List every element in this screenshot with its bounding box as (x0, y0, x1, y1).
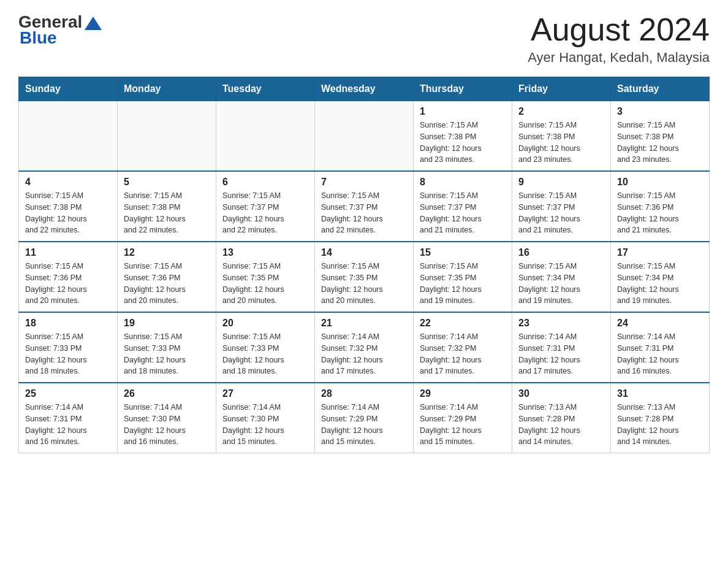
day-info: Sunrise: 7:13 AMSunset: 7:28 PMDaylight:… (518, 402, 604, 448)
calendar-day-header: Saturday (611, 77, 710, 101)
calendar-day-cell: 26Sunrise: 7:14 AMSunset: 7:30 PMDayligh… (118, 383, 216, 453)
logo: General Blue (18, 12, 102, 48)
day-number: 8 (420, 177, 506, 188)
day-info: Sunrise: 7:14 AMSunset: 7:31 PMDaylight:… (518, 331, 604, 377)
day-number: 29 (420, 388, 506, 399)
calendar-day-header: Sunday (19, 77, 118, 101)
calendar-day-cell (315, 101, 414, 172)
calendar-week-row: 4Sunrise: 7:15 AMSunset: 7:38 PMDaylight… (19, 171, 710, 242)
calendar-day-cell: 25Sunrise: 7:14 AMSunset: 7:31 PMDayligh… (19, 383, 118, 453)
day-number: 17 (617, 247, 703, 258)
day-number: 15 (420, 247, 506, 258)
calendar-day-cell: 5Sunrise: 7:15 AMSunset: 7:38 PMDaylight… (118, 171, 216, 242)
day-number: 30 (518, 388, 604, 399)
calendar-day-cell: 28Sunrise: 7:14 AMSunset: 7:29 PMDayligh… (315, 383, 414, 453)
day-number: 5 (124, 177, 210, 188)
logo-triangle-icon (85, 17, 102, 30)
calendar-day-cell: 17Sunrise: 7:15 AMSunset: 7:34 PMDayligh… (611, 242, 710, 312)
day-number: 31 (617, 388, 703, 399)
day-info: Sunrise: 7:15 AMSunset: 7:38 PMDaylight:… (124, 190, 210, 236)
day-number: 9 (518, 177, 604, 188)
calendar-day-header: Monday (118, 77, 216, 101)
calendar-day-cell: 11Sunrise: 7:15 AMSunset: 7:36 PMDayligh… (19, 242, 118, 312)
day-number: 6 (222, 177, 308, 188)
page-subtitle: Ayer Hangat, Kedah, Malaysia (528, 50, 710, 66)
day-info: Sunrise: 7:15 AMSunset: 7:38 PMDaylight:… (420, 120, 506, 166)
calendar-day-cell: 16Sunrise: 7:15 AMSunset: 7:34 PMDayligh… (512, 242, 611, 312)
day-info: Sunrise: 7:15 AMSunset: 7:38 PMDaylight:… (25, 190, 111, 236)
calendar-day-cell: 9Sunrise: 7:15 AMSunset: 7:37 PMDaylight… (512, 171, 611, 242)
day-info: Sunrise: 7:15 AMSunset: 7:35 PMDaylight:… (321, 261, 407, 307)
day-number: 4 (25, 177, 111, 188)
calendar-day-cell: 8Sunrise: 7:15 AMSunset: 7:37 PMDaylight… (414, 171, 512, 242)
calendar-day-cell: 29Sunrise: 7:14 AMSunset: 7:29 PMDayligh… (414, 383, 512, 453)
day-info: Sunrise: 7:15 AMSunset: 7:35 PMDaylight:… (420, 261, 506, 307)
day-number: 10 (617, 177, 703, 188)
day-info: Sunrise: 7:14 AMSunset: 7:32 PMDaylight:… (321, 331, 407, 377)
day-number: 14 (321, 247, 407, 258)
calendar-week-row: 11Sunrise: 7:15 AMSunset: 7:36 PMDayligh… (19, 242, 710, 312)
day-info: Sunrise: 7:15 AMSunset: 7:36 PMDaylight:… (124, 261, 210, 307)
day-info: Sunrise: 7:15 AMSunset: 7:36 PMDaylight:… (617, 190, 703, 236)
day-info: Sunrise: 7:15 AMSunset: 7:36 PMDaylight:… (25, 261, 111, 307)
calendar-week-row: 25Sunrise: 7:14 AMSunset: 7:31 PMDayligh… (19, 383, 710, 453)
day-info: Sunrise: 7:14 AMSunset: 7:29 PMDaylight:… (321, 402, 407, 448)
day-number: 19 (124, 318, 210, 329)
day-info: Sunrise: 7:13 AMSunset: 7:28 PMDaylight:… (617, 402, 703, 448)
calendar-day-cell: 1Sunrise: 7:15 AMSunset: 7:38 PMDaylight… (414, 101, 512, 172)
day-info: Sunrise: 7:15 AMSunset: 7:33 PMDaylight:… (124, 331, 210, 377)
day-number: 3 (617, 106, 703, 117)
calendar-day-header: Wednesday (315, 77, 414, 101)
day-number: 25 (25, 388, 111, 399)
calendar-day-header: Friday (512, 77, 611, 101)
day-number: 26 (124, 388, 210, 399)
calendar-day-cell: 10Sunrise: 7:15 AMSunset: 7:36 PMDayligh… (611, 171, 710, 242)
calendar-day-cell: 4Sunrise: 7:15 AMSunset: 7:38 PMDaylight… (19, 171, 118, 242)
calendar-day-cell: 12Sunrise: 7:15 AMSunset: 7:36 PMDayligh… (118, 242, 216, 312)
calendar-day-cell: 22Sunrise: 7:14 AMSunset: 7:32 PMDayligh… (414, 312, 512, 383)
day-number: 21 (321, 318, 407, 329)
calendar-week-row: 18Sunrise: 7:15 AMSunset: 7:33 PMDayligh… (19, 312, 710, 383)
day-number: 1 (420, 106, 506, 117)
day-number: 11 (25, 247, 111, 258)
day-number: 13 (222, 247, 308, 258)
calendar-day-cell: 2Sunrise: 7:15 AMSunset: 7:38 PMDaylight… (512, 101, 611, 172)
day-info: Sunrise: 7:15 AMSunset: 7:34 PMDaylight:… (518, 261, 604, 307)
calendar-day-cell (118, 101, 216, 172)
day-number: 20 (222, 318, 308, 329)
calendar-day-cell: 14Sunrise: 7:15 AMSunset: 7:35 PMDayligh… (315, 242, 414, 312)
calendar-day-cell: 13Sunrise: 7:15 AMSunset: 7:35 PMDayligh… (216, 242, 315, 312)
calendar-day-cell: 24Sunrise: 7:14 AMSunset: 7:31 PMDayligh… (611, 312, 710, 383)
calendar-day-cell: 3Sunrise: 7:15 AMSunset: 7:38 PMDaylight… (611, 101, 710, 172)
day-info: Sunrise: 7:15 AMSunset: 7:37 PMDaylight:… (222, 190, 308, 236)
calendar-day-cell: 7Sunrise: 7:15 AMSunset: 7:37 PMDaylight… (315, 171, 414, 242)
day-info: Sunrise: 7:14 AMSunset: 7:32 PMDaylight:… (420, 331, 506, 377)
day-info: Sunrise: 7:15 AMSunset: 7:34 PMDaylight:… (617, 261, 703, 307)
calendar-table: SundayMondayTuesdayWednesdayThursdayFrid… (18, 77, 710, 453)
day-number: 18 (25, 318, 111, 329)
calendar-day-cell: 15Sunrise: 7:15 AMSunset: 7:35 PMDayligh… (414, 242, 512, 312)
day-number: 7 (321, 177, 407, 188)
day-number: 24 (617, 318, 703, 329)
calendar-day-header: Tuesday (216, 77, 315, 101)
day-number: 27 (222, 388, 308, 399)
calendar-day-cell: 20Sunrise: 7:15 AMSunset: 7:33 PMDayligh… (216, 312, 315, 383)
day-info: Sunrise: 7:15 AMSunset: 7:35 PMDaylight:… (222, 261, 308, 307)
day-info: Sunrise: 7:15 AMSunset: 7:33 PMDaylight:… (222, 331, 308, 377)
day-info: Sunrise: 7:15 AMSunset: 7:37 PMDaylight:… (518, 190, 604, 236)
calendar-day-cell: 30Sunrise: 7:13 AMSunset: 7:28 PMDayligh… (512, 383, 611, 453)
day-info: Sunrise: 7:14 AMSunset: 7:29 PMDaylight:… (420, 402, 506, 448)
day-number: 12 (124, 247, 210, 258)
day-info: Sunrise: 7:15 AMSunset: 7:38 PMDaylight:… (518, 120, 604, 166)
calendar-day-cell (19, 101, 118, 172)
calendar-day-cell: 23Sunrise: 7:14 AMSunset: 7:31 PMDayligh… (512, 312, 611, 383)
calendar-day-cell: 21Sunrise: 7:14 AMSunset: 7:32 PMDayligh… (315, 312, 414, 383)
calendar-day-cell: 6Sunrise: 7:15 AMSunset: 7:37 PMDaylight… (216, 171, 315, 242)
page-header: General Blue August 2024 Ayer Hangat, Ke… (18, 12, 710, 66)
calendar-day-cell: 31Sunrise: 7:13 AMSunset: 7:28 PMDayligh… (611, 383, 710, 453)
day-number: 2 (518, 106, 604, 117)
day-info: Sunrise: 7:14 AMSunset: 7:30 PMDaylight:… (124, 402, 210, 448)
calendar-day-cell: 18Sunrise: 7:15 AMSunset: 7:33 PMDayligh… (19, 312, 118, 383)
day-info: Sunrise: 7:14 AMSunset: 7:30 PMDaylight:… (222, 402, 308, 448)
calendar-day-header: Thursday (414, 77, 512, 101)
